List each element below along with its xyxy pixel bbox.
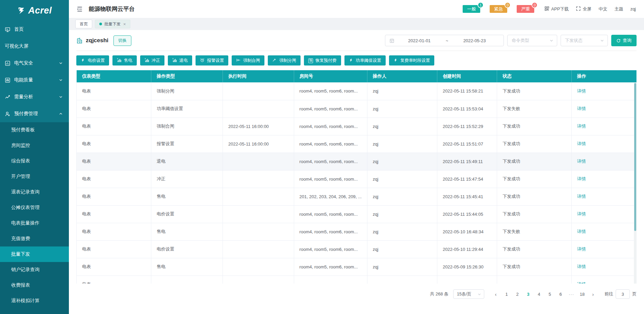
detail-link[interactable]: 详情 — [577, 246, 586, 252]
sidebar-subitem[interactable]: 充值缴费 — [0, 231, 69, 246]
page-title: 能源物联网云平台 — [89, 5, 135, 13]
table-cell: 电价设置 — [151, 240, 223, 258]
action-button-报警设置[interactable]: 报警设置 — [196, 55, 228, 66]
table-cell: 2022-05-11 15:45:41 — [437, 188, 497, 205]
page-size-select[interactable]: 15条/页 — [453, 289, 484, 299]
command-type-select[interactable]: 命令类型 — [507, 35, 557, 46]
restore-prepaid-icon: 预 — [308, 58, 313, 63]
query-button[interactable]: 查询 — [611, 35, 637, 46]
tab-batch-dispatch[interactable]: 批量下发 × — [95, 20, 130, 28]
sidebar-item-4[interactable]: 需量分析 — [0, 88, 69, 105]
top-link-全屏[interactable]: 全屏 — [576, 6, 591, 12]
table-cell: 2022-05-11 15:53:04 — [437, 100, 497, 117]
table-cell: 电表 — [77, 170, 151, 188]
table-row: 电表强制合闸2022-05-11 16:00:00room4, room5, r… — [77, 117, 637, 135]
alarm-badge-紧急[interactable]: 紧急0 — [490, 5, 507, 13]
page-button-4[interactable]: 4 — [534, 289, 544, 299]
detail-link[interactable]: 详情 — [577, 106, 586, 111]
column-header: 状态 — [497, 70, 571, 82]
top-link-zqj[interactable]: zqj — [630, 6, 636, 11]
action-button-售电[interactable]: ¥售电 — [112, 55, 137, 66]
detail-link[interactable]: 详情 — [577, 211, 586, 216]
table-cell: 2022-05-11 15:52:29 — [437, 117, 497, 135]
sidebar-item-0[interactable]: 首页 — [0, 21, 69, 38]
prev-page-button[interactable]: ‹ — [491, 289, 500, 299]
detail-link[interactable]: 详情 — [577, 88, 586, 94]
sidebar-item-1[interactable]: 可视化大屏 — [0, 38, 69, 55]
detail-link[interactable]: 详情 — [577, 141, 586, 146]
page-button-5[interactable]: 5 — [545, 289, 555, 299]
brand-logo: Acrel — [0, 0, 69, 21]
detail-link[interactable]: 详情 — [577, 176, 586, 181]
sidebar-subitem[interactable]: 电表批量操作 — [0, 215, 69, 231]
sidebar-item-5[interactable]: 预付费管理 — [0, 105, 69, 122]
detail-link[interactable]: 详情 — [577, 159, 586, 164]
sidebar-subitem[interactable]: 综合报表 — [0, 153, 69, 169]
action-button-强制合闸[interactable]: 强制合闸 — [232, 55, 264, 66]
detail-link[interactable]: 详情 — [577, 124, 586, 129]
table-cell: 电表 — [77, 82, 151, 100]
sidebar-item-2[interactable]: 电气安全 — [0, 55, 69, 72]
chart-box-icon — [5, 60, 10, 66]
table-scrollbar-thumb[interactable] — [634, 83, 636, 231]
table-cell: 2022-05-11 15:58:21 — [437, 82, 497, 100]
start-date-value[interactable]: 2022-01-01 — [394, 38, 444, 43]
sidebar-subitem[interactable]: 退表记录查询 — [0, 184, 69, 200]
date-range-picker[interactable]: 2022-01-01 ~ 2022-05-23 — [385, 35, 504, 46]
top-link-APP下载[interactable]: APP下载 — [544, 6, 569, 12]
goto-page: 前往 页 — [604, 289, 637, 299]
force-open-icon — [272, 58, 277, 63]
detail-link[interactable]: 详情 — [577, 229, 586, 234]
page-button-3[interactable]: 3 — [523, 289, 533, 299]
action-button-复费率时段设置[interactable]: 复费率时段设置 — [389, 55, 435, 66]
detail-link[interactable]: 详情 — [577, 264, 586, 269]
end-date-value[interactable]: 2022-05-23 — [449, 38, 499, 43]
tab-batch-dispatch-label: 批量下发 — [104, 21, 121, 27]
detail-link[interactable]: 详情 — [577, 194, 586, 199]
action-button-恢复预付费[interactable]: 预恢复预付费 — [304, 55, 341, 66]
action-button-冲正[interactable]: ¥冲正 — [140, 55, 164, 66]
alarm-badge-一般[interactable]: 一般1 — [463, 5, 480, 13]
action-button-label: 恢复预付费 — [315, 58, 337, 63]
tab-home-label: 首页 — [80, 21, 88, 27]
sidebar-subitem[interactable]: 预付费看板 — [0, 122, 69, 138]
action-button-退电[interactable]: ¥退电 — [168, 55, 192, 66]
tab-home[interactable]: 首页 — [75, 20, 92, 28]
page-button-2[interactable]: 2 — [513, 289, 522, 299]
action-button-电价设置[interactable]: 电价设置 — [76, 55, 109, 66]
column-header: 执行时间 — [223, 70, 294, 82]
sidebar-subitem[interactable]: 销户记录查询 — [0, 262, 69, 278]
sidebar-subitem[interactable]: 开户管理 — [0, 169, 69, 184]
sidebar-subitem[interactable]: 房间监控 — [0, 138, 69, 153]
cell-action: 详情 — [571, 117, 636, 135]
collapse-menu-icon[interactable] — [76, 6, 83, 12]
tab-close-icon[interactable]: × — [123, 22, 126, 27]
switch-project-button[interactable]: 切换 — [113, 35, 131, 46]
sidebar-item-3[interactable]: 电能质量 — [0, 72, 69, 88]
page-button-18[interactable]: 18 — [577, 289, 587, 299]
top-link-主题[interactable]: 主题 — [614, 6, 623, 12]
table-body: 电表强制分闸room4, room5, room6, room...zqj202… — [77, 82, 637, 284]
sidebar-subitem[interactable]: 公摊仪表管理 — [0, 200, 69, 215]
table-cell: 电表 — [77, 188, 151, 205]
goto-page-input[interactable] — [616, 289, 630, 299]
action-button-强制分闸[interactable]: 强制分闸 — [268, 55, 301, 66]
table-row: 电表电价设置room4, room5, room6, room...zqj202… — [77, 205, 637, 223]
cell-action: 详情 — [571, 153, 636, 170]
alarm-badges: 一般1紧急0严重0 — [463, 5, 534, 13]
sidebar-subitem[interactable]: 收费报表 — [0, 278, 69, 293]
page-button-1[interactable]: 1 — [502, 289, 511, 299]
dispatch-status-select[interactable]: 下发状态 — [561, 35, 608, 46]
action-button-功率阈值设置[interactable]: 功率阈值设置 — [344, 55, 386, 66]
table-row-partial: 电表详情 — [77, 276, 637, 284]
table-cell — [223, 188, 294, 205]
table-cell: 电价设置 — [151, 205, 223, 223]
page-button-6[interactable]: 6 — [556, 289, 565, 299]
table-cell: room4, room5, room6, room... — [294, 240, 367, 258]
sidebar-subitem[interactable]: 退补模拟计算 — [0, 293, 69, 309]
detail-link[interactable]: 详情 — [577, 282, 586, 284]
sidebar-subitem[interactable]: 批量下发 — [0, 246, 69, 262]
alarm-badge-严重[interactable]: 严重0 — [517, 5, 534, 13]
next-page-button[interactable]: › — [588, 289, 598, 299]
top-link-中文[interactable]: 中文 — [598, 6, 607, 12]
